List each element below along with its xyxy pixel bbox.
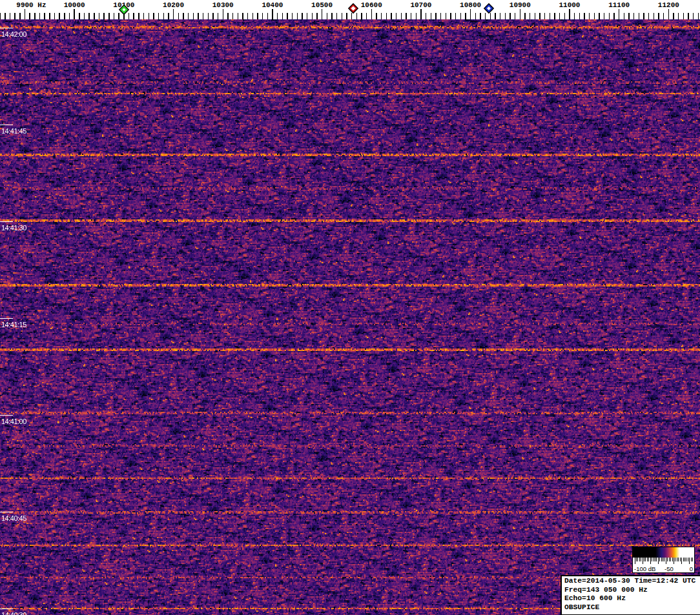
svg-text:9900 Hz: 9900 Hz [16, 1, 46, 9]
svg-text:11100: 11100 [608, 1, 630, 9]
svg-text:10500: 10500 [311, 1, 333, 9]
svg-text:10600: 10600 [361, 1, 382, 9]
svg-text:10700: 10700 [410, 1, 431, 9]
svg-text:10300: 10300 [212, 1, 234, 9]
svg-text:10200: 10200 [163, 1, 184, 9]
svg-text:11200: 11200 [658, 1, 679, 9]
svg-text:10000: 10000 [64, 1, 85, 9]
svg-text:11000: 11000 [559, 1, 580, 9]
svg-text:10900: 10900 [510, 1, 531, 9]
svg-text:10800: 10800 [460, 1, 481, 9]
svg-text:10400: 10400 [262, 1, 283, 9]
